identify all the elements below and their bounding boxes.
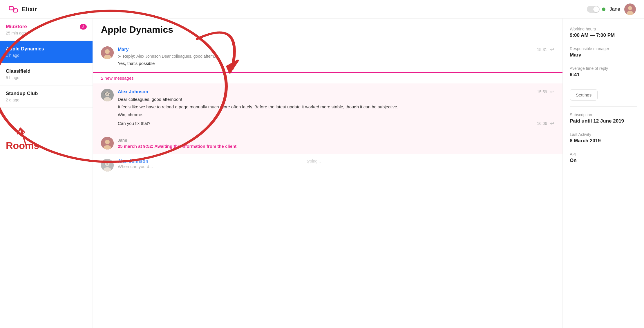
responsible-manager-section: Responsible manager Mary xyxy=(570,46,637,58)
new-messages-divider: 2 new messages xyxy=(93,72,562,83)
reply-icon[interactable]: ↩ xyxy=(550,89,554,95)
app-name: Elixir xyxy=(21,6,37,13)
toggle-thumb xyxy=(593,6,599,12)
msg-header: Alex Johnson 15:59 ↩ xyxy=(118,89,554,95)
working-hours-label: Working hours xyxy=(570,27,637,31)
message-content-mary: Mary 15:31 ↩ ➤ Reply: Alex Johnson Dear … xyxy=(118,46,554,67)
msg-time-row: 15:59 ↩ xyxy=(537,89,554,95)
toggle-track[interactable] xyxy=(587,6,600,13)
msg-second-text: Can you fix that? xyxy=(118,120,151,127)
avatar-alex-typing xyxy=(101,159,114,172)
msg-second-line: Can you fix that? 16:06 ↩ xyxy=(118,120,554,127)
sidebar-item-classifield[interactable]: Classifield 5 h ago xyxy=(0,63,93,85)
typing-sender-name: Alex Johnson xyxy=(118,159,148,164)
typing-status: typing... xyxy=(307,159,321,164)
note-content: Jane 25 march at 9:52: Awaiting the info… xyxy=(118,138,554,149)
note-sender: Jane xyxy=(118,138,554,143)
typing-preview: When can you d... xyxy=(118,164,321,169)
room-time: 5 h ago xyxy=(6,75,87,80)
note-text: 25 march at 9:52: Awaiting the informati… xyxy=(118,144,554,149)
annotation-area: Rooms xyxy=(0,108,93,154)
chat-header: Apple Dynamics xyxy=(93,19,562,41)
sidebar-item-standup[interactable]: Standup Club 2 d ago xyxy=(0,85,93,108)
responsible-manager-value: Mary xyxy=(570,52,637,58)
msg-time-row2: 16:06 ↩ xyxy=(537,120,554,127)
status-toggle[interactable] xyxy=(587,6,605,13)
main-layout: MiuStore 2 25 min ago Apple Dynamics 1 h… xyxy=(0,19,644,328)
msg-time2: 16:06 xyxy=(537,121,547,126)
last-activity-value: 8 March 2019 xyxy=(570,138,637,144)
responsible-manager-label: Responsible manager xyxy=(570,46,637,51)
avatar-mary xyxy=(101,46,114,59)
chat-messages: Mary 15:31 ↩ ➤ Reply: Alex Johnson Dear … xyxy=(93,41,562,328)
room-badge: 2 xyxy=(80,24,87,30)
settings-button[interactable]: Settings xyxy=(570,89,598,101)
msg-sender-name: Alex Johnson xyxy=(118,89,148,94)
status-dot xyxy=(602,8,605,11)
api-section: API On xyxy=(570,152,637,163)
message-content-alex: Alex Johnson 15:59 ↩ Dear colleagues, go… xyxy=(118,89,554,127)
working-hours-value: 9:00 AM — 7:00 PM xyxy=(570,32,637,38)
note-jane: Jane 25 march at 9:52: Awaiting the info… xyxy=(93,132,562,154)
svg-rect-0 xyxy=(9,6,13,10)
chat-title: Apple Dynamics xyxy=(101,24,554,35)
avatar-alex xyxy=(101,89,114,101)
svg-point-7 xyxy=(105,49,110,54)
msg-text: Dear colleagues, good afternoon! It feel… xyxy=(118,96,554,118)
room-name: MiuStore xyxy=(6,24,27,30)
typing-header: Alex Johnson typing... xyxy=(118,159,321,164)
svg-point-16 xyxy=(105,140,110,144)
room-name: Standup Club xyxy=(6,91,38,96)
msg-header: Mary 15:31 ↩ xyxy=(118,46,554,53)
logo-icon xyxy=(8,4,19,14)
room-time: 25 min ago xyxy=(6,31,87,35)
room-time: 1 h ago xyxy=(6,53,87,58)
msg-reply-line: ➤ Reply: Alex Johnson Dear colleagues, g… xyxy=(118,54,554,59)
subscription-label: Subscription xyxy=(570,112,637,117)
svg-point-4 xyxy=(628,6,632,10)
last-activity-label: Last Activity xyxy=(570,132,637,137)
subscription-section: Subscription Paid until 12 June 2019 xyxy=(570,112,637,124)
rooms-annotation-label: Rooms xyxy=(6,140,39,151)
avg-reply-value: 9:41 xyxy=(570,72,637,78)
room-header: Classifield xyxy=(6,68,87,74)
room-header: MiuStore 2 xyxy=(6,24,87,30)
subscription-value: Paid until 12 June 2019 xyxy=(570,118,637,124)
sidebar: MiuStore 2 25 min ago Apple Dynamics 1 h… xyxy=(0,19,93,328)
working-hours-section: Working hours 9:00 AM — 7:00 PM xyxy=(570,27,637,38)
current-user-avatar[interactable] xyxy=(624,3,636,15)
sidebar-item-apple[interactable]: Apple Dynamics 1 h ago xyxy=(0,41,93,63)
msg-text: Yes, that's possible xyxy=(118,60,554,67)
api-label: API xyxy=(570,152,637,156)
message-alex: Alex Johnson 15:59 ↩ Dear colleagues, go… xyxy=(93,83,562,132)
msg-time: 15:31 xyxy=(537,47,547,52)
right-panel: Working hours 9:00 AM — 7:00 PM Responsi… xyxy=(563,19,644,328)
divider xyxy=(570,106,637,107)
avg-reply-section: Average time of reply 9:41 xyxy=(570,66,637,78)
reply-arrow-icon: ➤ xyxy=(118,54,121,59)
reply-icon[interactable]: ↩ xyxy=(550,46,554,53)
app-header: Elixir Jane xyxy=(0,0,644,19)
logo-area: Elixir xyxy=(8,4,37,14)
room-name: Classifield xyxy=(6,68,30,74)
typing-content: Alex Johnson typing... When can you d... xyxy=(118,159,321,169)
msg-time-row: 15:31 ↩ xyxy=(537,46,554,53)
avatar-jane xyxy=(101,137,114,150)
room-name: Apple Dynamics xyxy=(6,46,44,52)
reply-icon2[interactable]: ↩ xyxy=(550,120,554,127)
typing-row: Alex Johnson typing... When can you d... xyxy=(93,154,562,176)
msg-sender-name: Mary xyxy=(118,47,129,52)
current-user-name: Jane xyxy=(609,6,620,12)
sidebar-item-miu[interactable]: MiuStore 2 25 min ago xyxy=(0,19,93,41)
avg-reply-label: Average time of reply xyxy=(570,66,637,71)
room-header: Standup Club xyxy=(6,91,87,96)
msg-time: 15:59 xyxy=(537,90,547,94)
svg-rect-1 xyxy=(13,9,17,12)
api-value: On xyxy=(570,158,637,163)
last-activity-section: Last Activity 8 March 2019 xyxy=(570,132,637,144)
reply-label: Reply: Alex Johnson Dear colleagues, goo… xyxy=(123,54,217,59)
room-time: 2 d ago xyxy=(6,98,87,102)
message-mary: Mary 15:31 ↩ ➤ Reply: Alex Johnson Dear … xyxy=(93,41,562,72)
chat-area: Apple Dynamics Mary 15:31 xyxy=(93,19,563,328)
room-header: Apple Dynamics xyxy=(6,46,87,52)
